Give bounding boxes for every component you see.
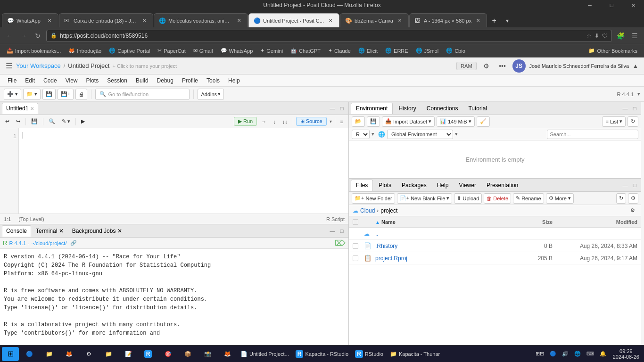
tab-help[interactable]: Help [432, 180, 454, 191]
ram-button[interactable]: RAM [456, 62, 476, 70]
bm-gmail[interactable]: ✉ Gmail [190, 46, 216, 56]
console-minimize-btn[interactable]: — [328, 226, 337, 236]
star-icon[interactable]: ☆ [586, 33, 592, 39]
download-icon[interactable]: ⬇ [594, 33, 599, 39]
taskbar-app-4[interactable]: ⚙ [79, 347, 98, 361]
menu-file[interactable]: File [4, 76, 20, 85]
minimize-button[interactable]: ─ [579, 0, 601, 10]
run-next-button[interactable]: → [259, 116, 269, 127]
file-name-rproj[interactable]: project.Rproj [375, 255, 515, 262]
env-load-btn[interactable]: 📂 [352, 116, 365, 127]
tab-close-gmail[interactable]: ✕ [140, 17, 148, 25]
bm-jsmol[interactable]: 🌐 JSmol [413, 46, 442, 56]
files-nav-btn[interactable]: ⚙ [628, 206, 637, 216]
tab-close-whatsapp[interactable]: ✕ [46, 17, 53, 25]
more-options-button[interactable]: ••• [496, 60, 509, 72]
redo-button[interactable]: ↪ [14, 116, 23, 127]
menu-edit[interactable]: Edit [21, 76, 39, 85]
tab-canva2[interactable]: 🖼 A - 1364 px × 580 px ✕ [409, 13, 487, 27]
bm-whatsapp[interactable]: 💬 WhatsApp [218, 46, 256, 56]
bm-captive[interactable]: 🌐 Captive Portal [106, 46, 153, 56]
more-button[interactable]: ⚙ More ▾ [546, 193, 574, 204]
env-save-btn[interactable]: 💾 [367, 116, 380, 127]
menu-plots[interactable]: Plots [83, 76, 103, 85]
taskbar-app-5[interactable]: 📁 [99, 347, 118, 361]
bm-intro[interactable]: 🦊 Introdução [66, 46, 104, 56]
menu-code[interactable]: Code [40, 76, 61, 85]
addins-button[interactable]: Addins ▾ [198, 89, 224, 100]
menu-help[interactable]: Help [224, 76, 244, 85]
breadcrumb-cloud[interactable]: Cloud [360, 207, 375, 214]
files-refresh-btn[interactable]: ↻ [616, 193, 626, 204]
tab-close-moleculas[interactable]: ✕ [235, 17, 243, 25]
menu-debug[interactable]: Debug [153, 76, 177, 85]
top-level[interactable]: (Top Level) [18, 216, 44, 222]
rhistory-checkbox[interactable] [353, 243, 358, 249]
extensions-icon[interactable]: 🧩 [615, 30, 626, 41]
upload-button[interactable]: ⬆ Upload [454, 193, 482, 204]
bm-papercut[interactable]: ✂ PaperCut [155, 46, 188, 56]
print-button[interactable]: 🖨 [75, 89, 87, 100]
bm-erre[interactable]: 🌐 ERRE [382, 46, 411, 56]
address-input[interactable]: 🔒 https://posit.cloud/content/8589516 ☆ … [46, 30, 612, 42]
taskbar-app-2[interactable]: 📁 [40, 347, 58, 361]
tab-presentation[interactable]: Presentation [482, 180, 523, 191]
import-dataset-btn[interactable]: 📥 Import Dataset ▾ [382, 116, 435, 127]
tab-canva[interactable]: 🎨 bbZema - Canva ✕ [340, 13, 409, 27]
file-type[interactable]: R Script [326, 216, 345, 222]
taskbar-app-3[interactable]: 🦊 [59, 347, 78, 361]
new-blank-file-button[interactable]: 📄+ New Blank File ▾ [397, 193, 453, 204]
tab-close-posit[interactable]: ✕ [327, 17, 334, 25]
r-version-arrow[interactable]: ▾ [637, 91, 640, 97]
hamburger-menu[interactable]: ☰ [6, 61, 12, 70]
settings-button[interactable]: ⚙ [480, 60, 493, 72]
bluetooth-icon[interactable]: 🔵 [548, 351, 558, 357]
env-minimize-btn[interactable]: — [620, 104, 630, 113]
back-button[interactable]: ← [4, 30, 15, 41]
console-output[interactable]: R version 4.4.1 (2024-06-14) -- "Race fo… [0, 249, 348, 345]
new-file-button[interactable]: ➕ ▾ [4, 89, 21, 100]
tab-console[interactable]: Console [2, 225, 31, 237]
goto-file-input[interactable]: 🔍 Go to file/function [95, 89, 190, 100]
compile-button[interactable]: ▶ [79, 116, 87, 127]
taskbar-thunar[interactable]: 📁 Kapacita - Thunar [387, 347, 443, 361]
list-view-btn[interactable]: ≡ List ▾ [602, 116, 626, 127]
file-name-rhistory[interactable]: .Rhistory [375, 243, 515, 249]
tab-packages[interactable]: Packages [397, 180, 431, 191]
row-check-rhistory[interactable] [353, 243, 364, 249]
file-name-parent[interactable]: .. [375, 230, 515, 237]
editor-tab-untitled1[interactable]: Untitled1 ✕ [2, 103, 38, 114]
tab-menu-button[interactable]: ▾ [501, 14, 514, 27]
code-tools-button[interactable]: ✎ ▾ [59, 116, 73, 127]
refresh-button[interactable]: ↻ [32, 30, 43, 41]
env-search-input[interactable] [547, 130, 639, 139]
bm-elicit[interactable]: 🌐 Elicit [355, 46, 380, 56]
new-folder-button[interactable]: 📁+ New Folder [352, 193, 395, 204]
editor-options-button[interactable]: ≡ [338, 116, 346, 127]
close-button[interactable]: ✕ [622, 0, 644, 10]
menu-button[interactable]: ☰ [629, 30, 640, 41]
taskbar-rstudio[interactable]: R RStudio [352, 347, 386, 361]
code-content[interactable] [19, 128, 348, 214]
tab-gmail[interactable]: ✉ Caixa de entrada (18) - Jo... ✕ [59, 13, 153, 27]
bm-cbio[interactable]: 🌐 Cbio [443, 46, 468, 56]
tab-connections[interactable]: Connections [422, 103, 463, 114]
run-prev-button[interactable]: ↓ [271, 116, 278, 127]
save-button[interactable]: 💾 [42, 89, 56, 100]
editor-minimize-btn[interactable]: — [328, 104, 337, 113]
console-dir-link[interactable]: 🔗 [70, 240, 77, 246]
run-down-button[interactable]: ↓↓ [280, 116, 290, 127]
tab-close-canva2[interactable]: ✕ [474, 17, 482, 25]
menu-view[interactable]: View [62, 76, 82, 85]
taskbar-app-9[interactable]: 📸 [198, 347, 217, 361]
tab-posit[interactable]: 🔵 Untitled Project - Posit C... ✕ [248, 13, 339, 27]
tab-files[interactable]: Files [351, 180, 373, 191]
clear-console-button[interactable]: ⌦ [335, 239, 346, 247]
tab-terminal[interactable]: Terminal ✕ [32, 225, 67, 237]
user-avatar[interactable]: JS [512, 59, 526, 73]
source-dropdown[interactable]: ▾ [330, 119, 332, 124]
files-maximize-btn[interactable]: □ [630, 181, 639, 190]
editor-maximize-btn[interactable]: □ [337, 104, 347, 113]
select-all-checkbox[interactable] [353, 219, 358, 225]
rename-button[interactable]: ✎ Rename [513, 193, 544, 204]
